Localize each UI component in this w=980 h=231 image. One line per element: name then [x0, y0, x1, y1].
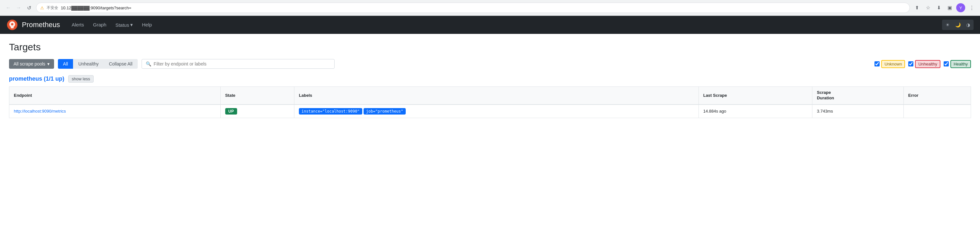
label-badge: job="prometheus" — [364, 108, 406, 114]
forward-button[interactable]: → — [14, 3, 23, 12]
nav-links: Alerts Graph Status ▾ Help — [68, 19, 156, 30]
target-group: prometheus (1/1 up) show less Endpoint S… — [9, 75, 971, 118]
page-content: Targets All scrape pools ▾ All Unhealthy… — [0, 34, 980, 231]
unknown-badge: Unknown — [881, 60, 905, 68]
nav-alerts[interactable]: Alerts — [68, 19, 88, 30]
svg-point-1 — [11, 23, 13, 26]
nav-logo-text: Prometheus — [22, 21, 60, 29]
browser-chrome: ← → ↺ ⚠ 不安全 10.12▓▓▓▓▓▓:9090/targets?sea… — [0, 0, 980, 16]
security-warning-icon: ⚠ — [40, 5, 44, 10]
theme-contrast-button[interactable]: ◑ — [963, 20, 973, 29]
error-cell — [904, 104, 970, 118]
healthy-filter: Healthy — [943, 60, 971, 68]
scrape-pool-button[interactable]: All scrape pools ▾ — [9, 59, 54, 69]
table-body: http://localhost:9090/metricsUPinstance=… — [10, 104, 971, 118]
table-row: http://localhost:9090/metricsUPinstance=… — [10, 104, 971, 118]
nav-graph[interactable]: Graph — [89, 19, 110, 30]
targets-table: Endpoint State Labels Last Scrape Scrape… — [9, 87, 971, 118]
endpoint-link[interactable]: http://localhost:9090/metrics — [14, 109, 66, 114]
filter-unhealthy-button[interactable]: Unhealthy — [73, 59, 103, 69]
table-header-row: Endpoint State Labels Last Scrape Scrape… — [10, 87, 971, 104]
address-bar[interactable]: ⚠ 不安全 10.12▓▓▓▓▓▓:9090/targets?search= — [36, 3, 910, 13]
share-button[interactable]: ⬆ — [912, 3, 921, 12]
table-header: Endpoint State Labels Last Scrape Scrape… — [10, 87, 971, 104]
collapse-all-button[interactable]: Collapse All — [103, 59, 137, 69]
unhealthy-checkbox[interactable] — [908, 61, 913, 66]
unhealthy-filter: Unhealthy — [908, 60, 940, 68]
reload-button[interactable]: ↺ — [24, 3, 33, 12]
bookmark-button[interactable]: ☆ — [923, 3, 932, 12]
theme-buttons: ☀ 🌙 ◑ — [942, 20, 974, 30]
unhealthy-badge: Unhealthy — [915, 60, 940, 68]
healthy-badge: Healthy — [950, 60, 971, 68]
page-title: Targets — [9, 42, 971, 53]
browser-toolbar: ← → ↺ ⚠ 不安全 10.12▓▓▓▓▓▓:9090/targets?sea… — [0, 0, 980, 16]
error-header: Error — [904, 87, 970, 104]
search-input[interactable] — [154, 61, 331, 66]
app-navbar: Prometheus Alerts Graph Status ▾ Help ☀ … — [0, 16, 980, 34]
labels-header: Labels — [294, 87, 699, 104]
browser-actions: ⬆ ☆ ⬇ ▣ Y ⋮ — [912, 3, 976, 12]
filter-toggle-group: All Unhealthy Collapse All — [58, 59, 138, 69]
more-button[interactable]: ⋮ — [967, 3, 976, 12]
state-badge: UP — [225, 108, 237, 114]
target-group-title[interactable]: prometheus (1/1 up) — [9, 75, 64, 82]
url-text: 10.12▓▓▓▓▓▓:9090/targets?search= — [61, 5, 906, 10]
search-box: 🔍 — [142, 59, 335, 69]
endpoint-header: Endpoint — [10, 87, 221, 104]
download-button[interactable]: ⬇ — [934, 3, 943, 12]
state-cell: UP — [220, 104, 294, 118]
filter-all-button[interactable]: All — [58, 59, 73, 69]
unknown-filter: Unknown — [875, 60, 905, 68]
window-button[interactable]: ▣ — [945, 3, 954, 12]
endpoint-cell: http://localhost:9090/metrics — [10, 104, 221, 118]
target-group-header: prometheus (1/1 up) show less — [9, 75, 971, 83]
last-scrape-cell: 14.884s ago — [698, 104, 812, 118]
label-badge: instance="localhost:9090" — [299, 108, 362, 114]
healthy-checkbox[interactable] — [943, 61, 949, 66]
scrape-duration-header: Scrape Duration — [812, 87, 904, 104]
nav-logo: Prometheus — [6, 19, 60, 30]
nav-help[interactable]: Help — [138, 19, 156, 30]
last-scrape-header: Last Scrape — [698, 87, 812, 104]
status-filters: Unknown Unhealthy Healthy — [875, 60, 971, 68]
nav-buttons: ← → ↺ — [4, 3, 33, 12]
security-text: 不安全 — [47, 5, 58, 11]
theme-moon-button[interactable]: 🌙 — [953, 20, 963, 29]
labels-cell: instance="localhost:9090"job="prometheus… — [294, 104, 699, 118]
filter-bar: All scrape pools ▾ All Unhealthy Collaps… — [9, 59, 971, 69]
unknown-checkbox[interactable] — [875, 61, 880, 66]
prometheus-logo-icon — [6, 19, 18, 30]
back-button[interactable]: ← — [4, 3, 13, 12]
show-less-button[interactable]: show less — [68, 75, 94, 83]
nav-status[interactable]: Status ▾ — [111, 19, 137, 30]
state-header: State — [220, 87, 294, 104]
search-icon: 🔍 — [146, 61, 151, 66]
theme-sun-button[interactable]: ☀ — [943, 20, 952, 29]
scrape-duration-cell: 3.743ms — [812, 104, 904, 118]
profile-button[interactable]: Y — [956, 3, 965, 12]
